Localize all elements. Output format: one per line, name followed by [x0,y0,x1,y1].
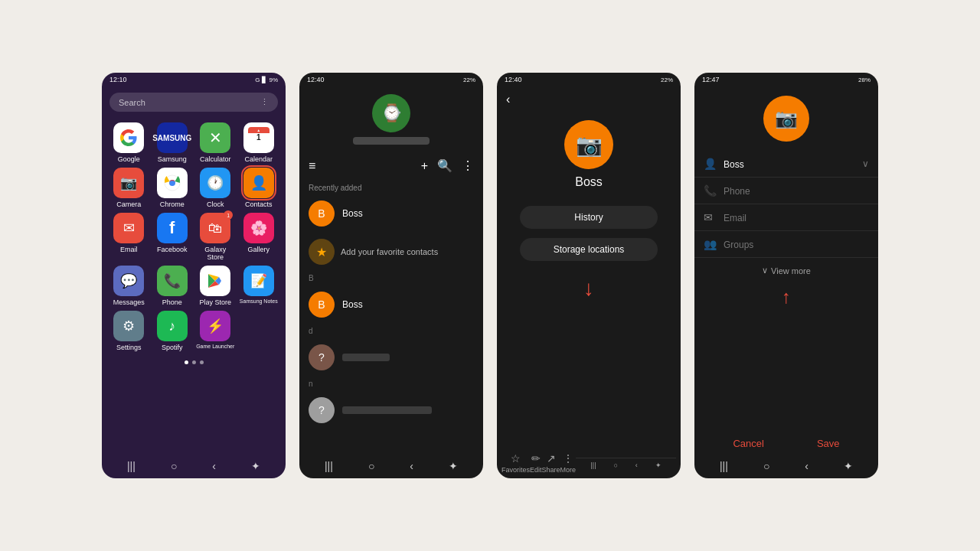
profile-name-blur [353,137,430,145]
blurred-contact-2[interactable]: ? ███████████████ [299,391,483,429]
nav-recents-2[interactable]: ||| [325,460,333,472]
app-email[interactable]: ✉ Email [109,213,149,261]
red-arrow-up: ↑ [694,286,878,308]
add-favorites-row[interactable]: ★ Add your favorite contacts [299,233,483,271]
save-button[interactable]: Save [817,438,840,449]
nav-recents-1[interactable]: ||| [127,460,136,472]
sys-bixby-3[interactable]: ✦ [655,461,662,469]
search-bar[interactable]: Search ⋮ [109,93,278,112]
nav-bixby-4[interactable]: ✦ [844,460,853,472]
view-more-row[interactable]: ∨ View more [694,258,878,283]
status-icons-1: G ▊ 9% [255,77,278,83]
app-label-email: Email [120,246,138,253]
app-label-galaxystore: Galaxy Store [196,246,235,261]
edit-avatar[interactable]: 📷 [763,96,809,142]
status-time-4: 12:47 [702,76,720,83]
view-more-label: View more [771,266,811,276]
camera-icon: 📷 [113,168,144,198]
app-label-settings: Settings [116,344,142,351]
nav-back-2[interactable]: ‹ [410,460,413,472]
status-bar-3: 12:40 22% [497,73,681,86]
contacts-toolbar: ≡ + 🔍 ⋮ [299,152,483,179]
more-label: More [560,466,577,474]
email-field[interactable]: ✉ Email [694,204,878,231]
cancel-button[interactable]: Cancel [733,438,763,449]
nav-share[interactable]: ↗ Share [542,452,560,474]
boss-name: Boss [342,299,363,310]
search-contacts-icon[interactable]: 🔍 [437,158,452,173]
red-arrow-down: ↓ [497,276,681,301]
history-button[interactable]: History [520,206,657,229]
boss-avatar: B [309,292,335,318]
nav-home-1[interactable]: ○ [171,460,177,472]
sys-back-3[interactable]: ‹ [635,461,638,469]
sys-recents-3[interactable]: ||| [591,461,596,469]
app-messages[interactable]: 💬 Messages [109,266,149,306]
nav-home-4[interactable]: ○ [763,460,769,472]
phone-field[interactable]: 📞 Phone [694,178,878,204]
app-gamelauncher[interactable]: ⚡ Game Launcher [196,311,235,351]
app-clock[interactable]: 🕐 Clock [196,168,235,208]
sys-home-3[interactable]: ○ [613,461,617,469]
nav-dots [102,360,286,364]
bottom-nav-1: ||| ○ ‹ ✦ [102,454,286,478]
gamelauncher-icon: ⚡ [200,311,230,341]
alpha-next2: n [299,377,483,391]
groups-field[interactable]: 👥 Groups [694,231,878,258]
more-options-icon[interactable]: ⋮ [462,158,474,173]
chrome-icon [157,168,188,198]
blurred-contact-1[interactable]: ? ████████ [299,338,483,377]
nav-more[interactable]: ⋮ More [560,452,577,474]
back-button[interactable]: ‹ [497,86,681,112]
dot-2 [192,360,196,364]
menu-icon[interactable]: ≡ [309,159,315,173]
screenshots-container: 12:10 G ▊ 9% Search ⋮ Google SAMSUNG Sam… [87,57,893,494]
name-field[interactable]: 👤 Boss ∨ [694,151,878,178]
facebook-icon: f [157,213,188,243]
app-calendar[interactable]: ▲ 1 Calendar [240,122,279,163]
nav-bixby-2[interactable]: ✦ [449,460,458,472]
app-playstore[interactable]: Play Store [196,266,235,306]
phone-field-icon: 📞 [704,184,717,197]
app-facebook[interactable]: f Facebook [153,213,192,261]
app-gallery[interactable]: 🌸 Gallery [240,213,279,261]
nav-recents-4[interactable]: ||| [720,460,728,472]
calendar-icon: ▲ 1 [243,122,274,153]
favorites-icon: ☆ [511,452,521,465]
samsungnotes-icon: 📝 [243,266,274,296]
app-chrome[interactable]: Chrome [153,168,192,208]
boss-recent-contact[interactable]: B Boss ← [299,194,483,233]
bottom-nav-4: ||| ○ ‹ ✦ [694,454,878,478]
storage-button[interactable]: Storage locations [520,238,657,261]
app-samsung[interactable]: SAMSUNG Samsung [153,122,192,163]
sys-nav-3: ||| ○ ‹ ✦ [576,458,676,472]
nav-favorites[interactable]: ☆ Favorites [501,452,530,474]
contact-name-value: Boss [724,159,744,170]
nav-back-1[interactable]: ‹ [212,460,216,472]
nav-bixby-1[interactable]: ✦ [251,460,260,472]
contacts-icon: 👤 [243,168,274,198]
app-galaxystore[interactable]: 🛍 1 Galaxy Store [196,213,235,261]
nav-back-4[interactable]: ‹ [805,460,808,472]
boss-contact-row[interactable]: B Boss [299,285,483,324]
app-spotify[interactable]: ♪ Spotify [153,311,192,351]
nav-home-2[interactable]: ○ [368,460,374,472]
app-settings[interactable]: ⚙ Settings [109,311,149,351]
app-calculator[interactable]: ✕ Calculator [196,122,235,163]
app-samsungnotes[interactable]: 📝 Samsung Notes [240,266,279,306]
app-camera[interactable]: 📷 Camera [109,168,149,208]
app-phone[interactable]: 📞 Phone [153,266,192,306]
nav-edit[interactable]: ✏ Edit [530,452,542,474]
screen3-detail: 12:40 22% ‹ 📷 Boss History Storage locat… [497,73,681,478]
app-google[interactable]: Google [109,122,149,163]
search-placeholder: Search [119,98,145,107]
app-label-spotify: Spotify [162,344,183,351]
phone-icon: 📞 [157,266,188,296]
screen4-edit: 12:47 28% 📷 👤 Boss ∨ 📞 Phone ✉ Email [694,73,878,478]
screen1-home: 12:10 G ▊ 9% Search ⋮ Google SAMSUNG Sam… [102,73,286,478]
name-content: Boss [724,157,856,171]
person-icon: 👤 [704,158,717,170]
app-label-contacts: Contacts [245,201,273,208]
add-contact-icon[interactable]: + [421,159,428,173]
app-contacts[interactable]: 👤 Contacts [240,168,279,208]
